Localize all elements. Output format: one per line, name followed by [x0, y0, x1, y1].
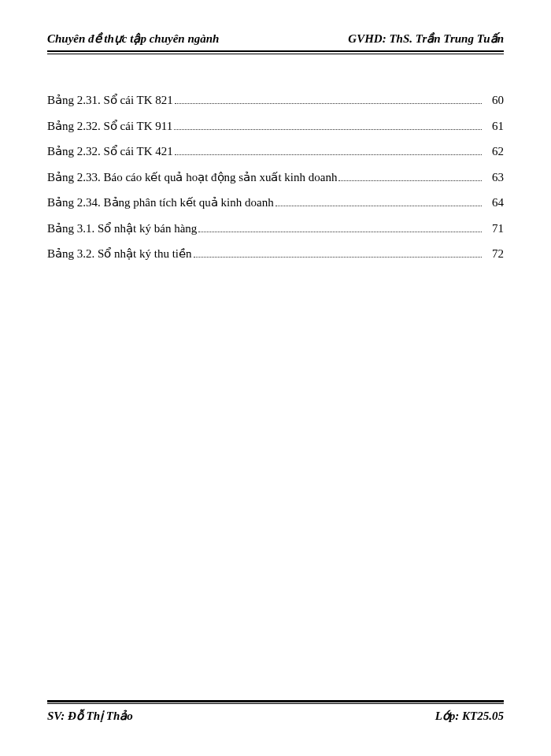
toc-label: Bảng 3.1. Sổ nhật ký bán hàng: [47, 220, 197, 238]
header-left: Chuyên đề thực tập chuyên ngành: [47, 32, 219, 46]
header-right: GVHD: ThS. Trần Trung Tuấn: [348, 32, 504, 46]
toc-leader-dots: [175, 103, 482, 104]
toc-entry: Bảng 2.33. Báo cáo kết quả hoạt động sản…: [47, 169, 504, 187]
toc-entry: Bảng 3.2. Sổ nhật ký thu tiền 72: [47, 245, 504, 263]
toc-page: 62: [485, 143, 504, 161]
toc-leader-dots: [276, 206, 482, 206]
toc-leader-dots: [198, 232, 482, 232]
toc-leader-dots: [175, 154, 482, 155]
toc-entry: Bảng 2.34. Bảng phân tích kết quả kinh d…: [47, 194, 504, 212]
toc-page: 60: [485, 91, 504, 109]
toc-leader-dots: [338, 180, 482, 181]
page-header: Chuyên đề thực tập chuyên ngành GVHD: Th…: [47, 32, 504, 52]
toc-entry: Bảng 2.32. Sổ cái TK 421 62: [47, 143, 504, 161]
toc-page: 61: [485, 117, 504, 135]
toc-entry: Bảng 3.1. Sổ nhật ký bán hàng 71: [47, 220, 504, 238]
toc-label: Bảng 3.2. Sổ nhật ký thu tiền: [47, 245, 192, 263]
page-footer: SV: Đỗ Thị Thảo Lớp: KT25.05: [47, 703, 504, 723]
toc-list: Bảng 2.31. Sổ cái TK 821 60 Bảng 2.32. S…: [47, 91, 504, 263]
toc-page: 64: [485, 194, 504, 212]
toc-label: Bảng 2.33. Báo cáo kết quả hoạt động sản…: [47, 169, 337, 187]
toc-leader-dots: [194, 257, 482, 258]
toc-label: Bảng 2.34. Bảng phân tích kết quả kinh d…: [47, 194, 274, 212]
toc-label: Bảng 2.31. Sổ cái TK 821: [47, 91, 173, 109]
toc-leader-dots: [174, 129, 482, 130]
toc-page: 72: [485, 245, 504, 263]
toc-entry: Bảng 2.31. Sổ cái TK 821 60: [47, 91, 504, 109]
toc-label: Bảng 2.32. Sổ cái TK 911: [47, 117, 172, 135]
footer-left: SV: Đỗ Thị Thảo: [47, 709, 133, 723]
toc-page: 63: [485, 169, 504, 187]
toc-entry: Bảng 2.32. Sổ cái TK 911 61: [47, 117, 504, 135]
footer-right: Lớp: KT25.05: [435, 709, 504, 723]
toc-page: 71: [485, 220, 504, 238]
toc-label: Bảng 2.32. Sổ cái TK 421: [47, 143, 173, 161]
